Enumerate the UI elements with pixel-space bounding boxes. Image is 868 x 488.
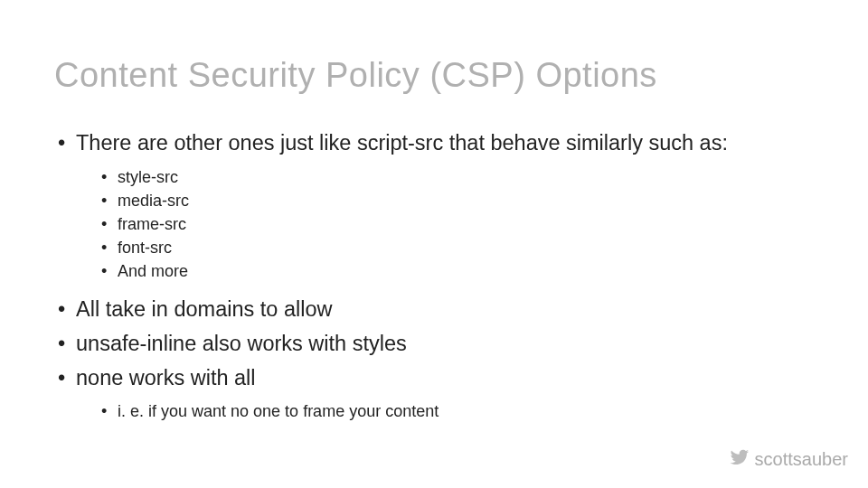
bullet-item: All take in domains to allow xyxy=(54,296,814,324)
nested-list: style-src media-src frame-src font-src A… xyxy=(76,165,814,283)
footer-handle: scottsauber xyxy=(755,449,848,470)
nested-text: And more xyxy=(118,262,188,280)
bullet-item: unsafe-inline also works with styles xyxy=(54,330,814,359)
footer: scottsauber xyxy=(730,447,848,472)
nested-item: media-src xyxy=(76,189,814,212)
bullet-text: There are other ones just like script-sr… xyxy=(76,131,728,155)
nested-text: i. e. if you want no one to frame your c… xyxy=(118,402,439,420)
nested-list: i. e. if you want no one to frame your c… xyxy=(76,399,814,423)
bullet-item: none works with all i. e. if you want no… xyxy=(54,364,814,424)
slide-title: Content Security Policy (CSP) Options xyxy=(54,56,814,95)
nested-item: frame-src xyxy=(76,212,814,236)
twitter-icon xyxy=(730,447,750,472)
bullet-item: There are other ones just like script-sr… xyxy=(54,129,814,283)
nested-item: style-src xyxy=(76,165,814,189)
bullet-list: There are other ones just like script-sr… xyxy=(54,129,814,423)
nested-item: And more xyxy=(76,259,814,283)
bullet-text: unsafe-inline also works with styles xyxy=(76,332,407,355)
nested-text: frame-src xyxy=(118,215,186,233)
nested-item: i. e. if you want no one to frame your c… xyxy=(76,399,814,423)
nested-text: media-src xyxy=(118,192,189,210)
nested-item: font-src xyxy=(76,236,814,259)
nested-text: font-src xyxy=(118,239,172,257)
bullet-text: All take in domains to allow xyxy=(76,297,332,321)
slide: Content Security Policy (CSP) Options Th… xyxy=(0,0,868,488)
nested-text: style-src xyxy=(118,168,178,186)
bullet-text: none works with all xyxy=(76,366,256,389)
